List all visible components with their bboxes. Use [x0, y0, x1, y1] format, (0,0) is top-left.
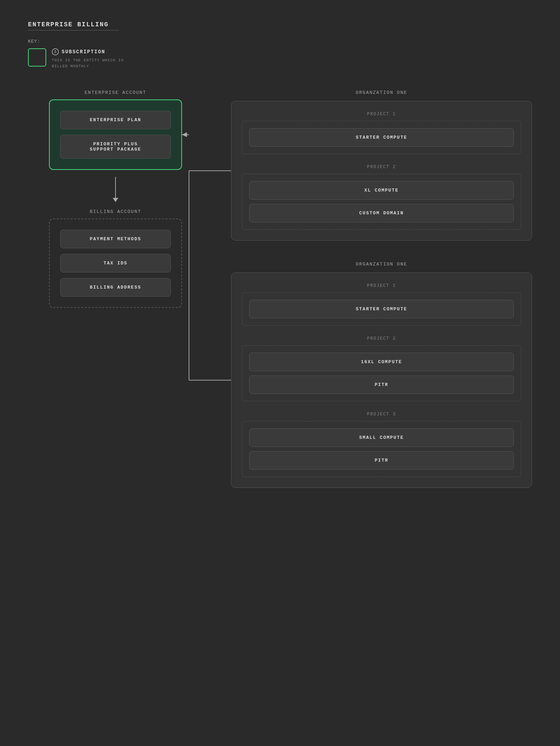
project-2a-section: PROJECT 2 XL COMPUTE CUSTOM DOMAIN [242, 165, 521, 230]
org-2-box: PROJECT 1 STARTER COMPUTE PROJECT 2 16XL… [231, 272, 532, 488]
billing-account-label: BILLING ACCOUNT [90, 209, 141, 214]
payment-methods-button[interactable]: PAYMENT METHODS [60, 230, 171, 248]
starter-compute-1-button[interactable]: STARTER COMPUTE [249, 128, 514, 147]
project-3b-box: SMALL COMPUTE PITR [242, 421, 521, 477]
arrow-head [113, 198, 118, 202]
key-box [28, 48, 46, 67]
priority-plus-button[interactable]: PRIORITY PLUS SUPPORT PACKAGE [60, 135, 171, 159]
key-label: KEY: [28, 39, 532, 44]
arrow-line [115, 177, 116, 198]
right-column: ORGANZATION ONE PROJECT 1 STARTER COMPUT… [203, 90, 532, 488]
org-1-label: ORGANZATION ONE [356, 90, 407, 95]
pitr-1-button[interactable]: PITR [249, 375, 514, 394]
16xl-compute-button[interactable]: 16XL COMPUTE [249, 353, 514, 371]
project-3b-section: PROJECT 3 SMALL COMPUTE PITR [242, 412, 521, 477]
org-2-label: ORGANZATION ONE [356, 262, 407, 267]
pitr-2-button[interactable]: PITR [249, 451, 514, 470]
xl-compute-button[interactable]: XL COMPUTE [249, 181, 514, 200]
enterprise-plan-button[interactable]: ENTERPRISE PLAN [60, 111, 171, 129]
key-description: THIS IS THE ENTITY WHICH IS BILLED MONTH… [52, 57, 124, 69]
project-1a-label: PROJECT 1 [242, 112, 521, 117]
project-3b-label: PROJECT 3 [242, 412, 521, 417]
starter-compute-2-button[interactable]: STARTER COMPUTE [249, 300, 514, 318]
billing-account-box: PAYMENT METHODS TAX IDS BILLING ADDRESS [49, 219, 182, 308]
left-column: ENTERPRISE ACCOUNT ENTERPRISE PLAN PRIOR… [28, 90, 203, 488]
project-1b-box: STARTER COMPUTE [242, 292, 521, 326]
project-2b-box: 16XL COMPUTE PITR [242, 345, 521, 401]
title-underline [28, 30, 119, 30]
enterprise-account-box: ENTERPRISE PLAN PRIORITY PLUS SUPPORT PA… [49, 99, 182, 170]
enterprise-account-section: ENTERPRISE ACCOUNT ENTERPRISE PLAN PRIOR… [28, 90, 203, 170]
org-1-box: PROJECT 1 STARTER COMPUTE PROJECT 2 XL C… [231, 101, 532, 241]
project-2a-label: PROJECT 2 [242, 165, 521, 170]
key-content: $ SUBSCRIPTION THIS IS THE ENTITY WHICH … [52, 48, 124, 69]
org-section-1: ORGANZATION ONE PROJECT 1 STARTER COMPUT… [231, 90, 532, 241]
tax-ids-button[interactable]: TAX IDS [60, 254, 171, 272]
project-1b-label: PROJECT 1 [242, 283, 521, 288]
project-1a-box: STARTER COMPUTE [242, 121, 521, 154]
key-item: $ SUBSCRIPTION THIS IS THE ENTITY WHICH … [28, 48, 532, 69]
key-subscription-title: SUBSCRIPTION [62, 49, 105, 55]
billing-account-section: BILLING ACCOUNT PAYMENT METHODS TAX IDS … [28, 209, 203, 308]
enterprise-account-label: ENTERPRISE ACCOUNT [85, 90, 146, 95]
org-section-2: ORGANZATION ONE PROJECT 1 STARTER COMPUT… [231, 262, 532, 488]
key-title-row: $ SUBSCRIPTION [52, 48, 124, 55]
project-1b-section: PROJECT 1 STARTER COMPUTE [242, 283, 521, 326]
billing-address-button[interactable]: BILLING ADDRESS [60, 278, 171, 297]
subscription-icon: $ [52, 48, 59, 55]
project-1a-section: PROJECT 1 STARTER COMPUTE [242, 112, 521, 154]
page-title: ENTERPRISE BILLING [28, 21, 532, 28]
project-2b-section: PROJECT 2 16XL COMPUTE PITR [242, 336, 521, 401]
page-container: ENTERPRISE BILLING KEY: $ SUBSCRIPTION T… [0, 0, 560, 509]
main-layout: ENTERPRISE ACCOUNT ENTERPRISE PLAN PRIOR… [28, 90, 532, 488]
custom-domain-button[interactable]: CUSTOM DOMAIN [249, 204, 514, 222]
project-2b-label: PROJECT 2 [242, 336, 521, 341]
project-2a-box: XL COMPUTE CUSTOM DOMAIN [242, 174, 521, 230]
small-compute-button[interactable]: SMALL COMPUTE [249, 428, 514, 447]
arrow-down [113, 177, 118, 202]
